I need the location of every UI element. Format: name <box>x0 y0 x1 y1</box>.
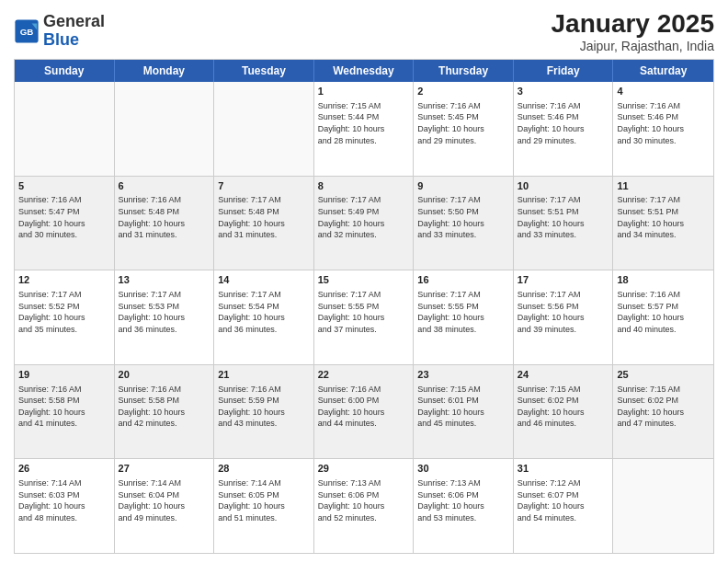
logo-general-text: General <box>43 12 105 30</box>
day-number: 5 <box>18 179 110 193</box>
day-number: 24 <box>518 368 609 382</box>
day-cell: 28Sunrise: 7:14 AM Sunset: 6:05 PM Dayli… <box>214 459 314 553</box>
day-info: Sunrise: 7:17 AM Sunset: 5:48 PM Dayligh… <box>218 194 310 240</box>
day-number: 3 <box>518 85 609 98</box>
day-cell: 3Sunrise: 7:16 AM Sunset: 5:46 PM Daylig… <box>514 82 614 176</box>
day-number: 30 <box>417 462 509 476</box>
day-cell: 10Sunrise: 7:17 AM Sunset: 5:51 PM Dayli… <box>514 177 614 270</box>
day-header-sunday: Sunday <box>15 60 115 82</box>
logo-text: General Blue <box>43 13 105 50</box>
day-info: Sunrise: 7:16 AM Sunset: 6:00 PM Dayligh… <box>318 384 410 430</box>
day-cell: 31Sunrise: 7:12 AM Sunset: 6:07 PM Dayli… <box>514 459 614 553</box>
day-number: 17 <box>518 273 609 287</box>
day-info: Sunrise: 7:17 AM Sunset: 5:55 PM Dayligh… <box>417 289 509 335</box>
day-cell: 6Sunrise: 7:16 AM Sunset: 5:48 PM Daylig… <box>115 177 215 270</box>
day-info: Sunrise: 7:17 AM Sunset: 5:51 PM Dayligh… <box>617 194 710 240</box>
day-cell: 11Sunrise: 7:17 AM Sunset: 5:51 PM Dayli… <box>613 177 713 270</box>
day-number: 15 <box>318 273 410 287</box>
day-number: 29 <box>318 462 410 476</box>
day-cell <box>214 82 314 176</box>
day-header-saturday: Saturday <box>613 60 713 82</box>
day-info: Sunrise: 7:15 AM Sunset: 6:01 PM Dayligh… <box>417 384 509 430</box>
day-cell: 13Sunrise: 7:17 AM Sunset: 5:53 PM Dayli… <box>115 270 215 364</box>
location-subtitle: Jaipur, Rajasthan, India <box>552 39 714 53</box>
day-cell: 29Sunrise: 7:13 AM Sunset: 6:06 PM Dayli… <box>314 459 415 553</box>
day-number: 14 <box>218 273 310 287</box>
logo-icon: GB <box>14 18 40 44</box>
day-info: Sunrise: 7:13 AM Sunset: 6:06 PM Dayligh… <box>417 477 509 523</box>
day-info: Sunrise: 7:14 AM Sunset: 6:03 PM Dayligh… <box>18 477 110 523</box>
day-info: Sunrise: 7:16 AM Sunset: 5:48 PM Dayligh… <box>119 194 210 240</box>
day-number: 6 <box>119 179 210 193</box>
day-number: 19 <box>18 368 110 382</box>
day-cell <box>15 82 115 176</box>
logo-blue-text: Blue <box>43 30 79 49</box>
day-number: 9 <box>417 179 509 193</box>
day-info: Sunrise: 7:16 AM Sunset: 5:58 PM Dayligh… <box>18 384 110 430</box>
day-cell: 7Sunrise: 7:17 AM Sunset: 5:48 PM Daylig… <box>214 177 314 270</box>
day-number: 1 <box>318 85 410 98</box>
svg-text:GB: GB <box>20 27 34 37</box>
day-cell: 22Sunrise: 7:16 AM Sunset: 6:00 PM Dayli… <box>314 365 415 459</box>
day-cell: 2Sunrise: 7:16 AM Sunset: 5:45 PM Daylig… <box>414 82 514 176</box>
week-row-5: 26Sunrise: 7:14 AM Sunset: 6:03 PM Dayli… <box>15 459 713 553</box>
day-info: Sunrise: 7:17 AM Sunset: 5:56 PM Dayligh… <box>518 289 609 335</box>
day-cell: 25Sunrise: 7:15 AM Sunset: 6:02 PM Dayli… <box>613 365 713 459</box>
day-info: Sunrise: 7:17 AM Sunset: 5:55 PM Dayligh… <box>318 289 410 335</box>
day-number: 28 <box>218 462 310 476</box>
day-info: Sunrise: 7:16 AM Sunset: 5:45 PM Dayligh… <box>417 100 509 146</box>
day-info: Sunrise: 7:16 AM Sunset: 5:58 PM Dayligh… <box>119 384 210 430</box>
day-number: 12 <box>18 273 110 287</box>
day-info: Sunrise: 7:16 AM Sunset: 5:59 PM Dayligh… <box>218 384 310 430</box>
calendar: SundayMondayTuesdayWednesdayThursdayFrid… <box>14 59 714 554</box>
header: GB General Blue January 2025 Jaipur, Raj… <box>14 9 714 53</box>
day-info: Sunrise: 7:13 AM Sunset: 6:06 PM Dayligh… <box>318 477 410 523</box>
logo: GB General Blue <box>14 13 105 50</box>
day-info: Sunrise: 7:17 AM Sunset: 5:49 PM Dayligh… <box>318 194 410 240</box>
day-info: Sunrise: 7:15 AM Sunset: 6:02 PM Dayligh… <box>518 384 609 430</box>
day-cell: 27Sunrise: 7:14 AM Sunset: 6:04 PM Dayli… <box>115 459 215 553</box>
day-header-tuesday: Tuesday <box>214 60 314 82</box>
day-info: Sunrise: 7:17 AM Sunset: 5:50 PM Dayligh… <box>417 194 509 240</box>
day-number: 16 <box>417 273 509 287</box>
day-number: 2 <box>417 85 509 98</box>
day-cell: 17Sunrise: 7:17 AM Sunset: 5:56 PM Dayli… <box>514 270 614 364</box>
day-cell: 4Sunrise: 7:16 AM Sunset: 5:46 PM Daylig… <box>613 82 713 176</box>
day-number: 8 <box>318 179 410 193</box>
day-cell: 8Sunrise: 7:17 AM Sunset: 5:49 PM Daylig… <box>314 177 415 270</box>
day-cell: 16Sunrise: 7:17 AM Sunset: 5:55 PM Dayli… <box>414 270 514 364</box>
month-title: January 2025 <box>552 9 714 39</box>
day-number: 18 <box>617 273 710 287</box>
week-row-2: 5Sunrise: 7:16 AM Sunset: 5:47 PM Daylig… <box>15 177 713 271</box>
day-header-wednesday: Wednesday <box>314 60 415 82</box>
week-row-4: 19Sunrise: 7:16 AM Sunset: 5:58 PM Dayli… <box>15 365 713 460</box>
day-header-thursday: Thursday <box>414 60 514 82</box>
day-number: 7 <box>218 179 310 193</box>
day-number: 31 <box>518 462 609 476</box>
day-info: Sunrise: 7:17 AM Sunset: 5:51 PM Dayligh… <box>518 194 609 240</box>
day-number: 21 <box>218 368 310 382</box>
day-number: 11 <box>617 179 710 193</box>
day-info: Sunrise: 7:17 AM Sunset: 5:52 PM Dayligh… <box>18 289 110 335</box>
day-info: Sunrise: 7:16 AM Sunset: 5:46 PM Dayligh… <box>518 100 609 146</box>
day-number: 26 <box>18 462 110 476</box>
day-number: 25 <box>617 368 710 382</box>
day-cell <box>115 82 215 176</box>
day-cell: 30Sunrise: 7:13 AM Sunset: 6:06 PM Dayli… <box>414 459 514 553</box>
day-cell: 23Sunrise: 7:15 AM Sunset: 6:01 PM Dayli… <box>414 365 514 459</box>
day-cell: 9Sunrise: 7:17 AM Sunset: 5:50 PM Daylig… <box>414 177 514 270</box>
day-number: 20 <box>119 368 210 382</box>
day-number: 22 <box>318 368 410 382</box>
day-info: Sunrise: 7:16 AM Sunset: 5:46 PM Dayligh… <box>617 100 710 146</box>
day-info: Sunrise: 7:15 AM Sunset: 6:02 PM Dayligh… <box>617 384 710 430</box>
day-number: 4 <box>617 85 710 98</box>
day-headers: SundayMondayTuesdayWednesdayThursdayFrid… <box>15 60 713 82</box>
day-number: 23 <box>417 368 509 382</box>
title-section: January 2025 Jaipur, Rajasthan, India <box>552 9 714 53</box>
day-cell: 24Sunrise: 7:15 AM Sunset: 6:02 PM Dayli… <box>514 365 614 459</box>
calendar-container: GB General Blue January 2025 Jaipur, Raj… <box>0 0 728 563</box>
day-cell: 26Sunrise: 7:14 AM Sunset: 6:03 PM Dayli… <box>15 459 115 553</box>
day-cell: 21Sunrise: 7:16 AM Sunset: 5:59 PM Dayli… <box>214 365 314 459</box>
day-info: Sunrise: 7:14 AM Sunset: 6:05 PM Dayligh… <box>218 477 310 523</box>
week-row-1: 1Sunrise: 7:15 AM Sunset: 5:44 PM Daylig… <box>15 82 713 177</box>
